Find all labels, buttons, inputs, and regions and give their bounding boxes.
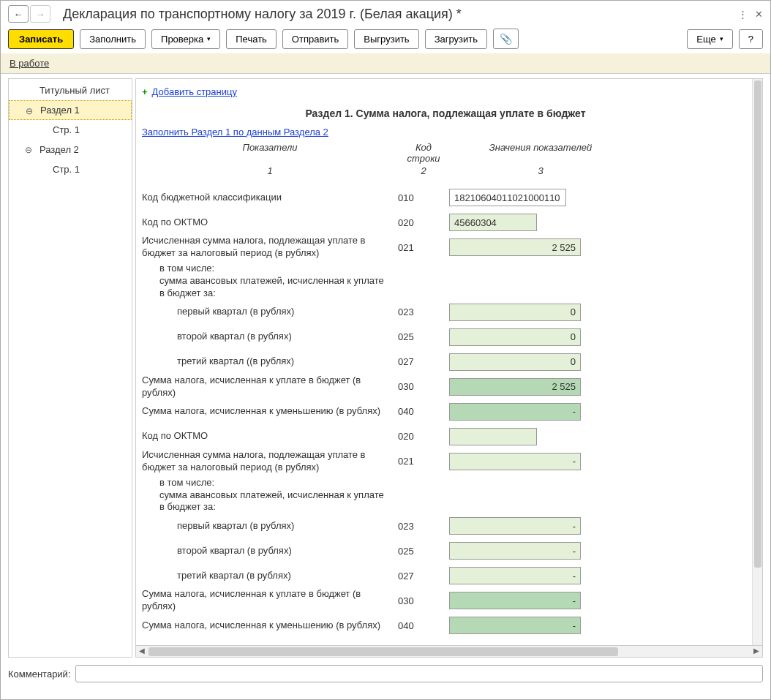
columns-header: Показатели Код строки Значения показател…	[142, 138, 749, 165]
form-row: первый квартал (в рублях)0230	[142, 300, 749, 325]
page-title: Декларация по транспортному налогу за 20…	[63, 7, 738, 22]
row-code: 040	[398, 620, 449, 631]
nav-tree: Титульный лист ⊖ Раздел 1 Стр. 1 ⊖ Разде…	[8, 78, 132, 658]
vertical-scrollbar[interactable]	[752, 79, 762, 645]
tree-item-section2[interactable]: ⊖ Раздел 2	[9, 140, 132, 159]
arrow-right-icon: →	[36, 9, 45, 20]
toolbar: Записать Заполнить Проверка ▾ Печать Отп…	[1, 24, 770, 53]
add-page-link[interactable]: Добавить страницу	[152, 86, 237, 97]
form-row: Исчисленная сумма налога, подлежащая упл…	[142, 235, 749, 260]
print-button[interactable]: Печать	[226, 29, 277, 49]
value-input[interactable]: 0	[449, 353, 581, 371]
tree-item-section1-page1[interactable]: Стр. 1	[9, 120, 132, 140]
form-row: в том числе: сумма авансовых платежей, и…	[142, 474, 749, 514]
attach-button[interactable]: 📎	[493, 29, 519, 49]
row-code: 040	[398, 406, 449, 417]
value-input[interactable]: -	[449, 453, 581, 470]
row-code: 020	[398, 431, 449, 442]
form-row: второй квартал (в рублях)025-	[142, 538, 749, 563]
row-code: 020	[398, 217, 449, 228]
row-label: третий квартал (в рублях)	[142, 570, 398, 582]
value-input[interactable]: 18210604011021000110	[449, 189, 566, 206]
row-code: 027	[398, 356, 449, 367]
export-button[interactable]: Выгрузить	[354, 29, 418, 49]
more-button[interactable]: Еще ▾	[687, 29, 732, 49]
comment-input[interactable]	[75, 665, 764, 682]
row-code: 030	[398, 381, 449, 392]
tree-item-label: Раздел 1	[40, 105, 80, 116]
form-row: Код по ОКТМО020	[142, 424, 749, 449]
row-label: второй квартал (в рублях)	[142, 331, 398, 343]
nav-back-button[interactable]: ←	[8, 5, 29, 23]
col-header-code: Код строки	[398, 142, 449, 164]
form-row: Код бюджетной классификации0101821060401…	[142, 185, 749, 210]
row-label: второй квартал (в рублях)	[142, 545, 398, 557]
status-link[interactable]: В работе	[10, 58, 49, 69]
columns-subheader: 1 2 3	[142, 165, 749, 185]
horizontal-scrollbar[interactable]: ◀ ▶	[136, 645, 762, 657]
arrow-left-icon: ←	[14, 9, 23, 20]
form-row: Исчисленная сумма налога, подлежащая упл…	[142, 449, 749, 474]
fill-section-link[interactable]: Заполнить Раздел 1 по данным Раздела 2	[142, 127, 328, 138]
form-row: Сумма налога, исчисленная к уплате в бюд…	[142, 588, 749, 613]
caret-down-icon: ▾	[720, 35, 723, 42]
value-input[interactable]: -	[449, 542, 581, 560]
row-code: 030	[398, 595, 449, 606]
value-input[interactable]: -	[449, 517, 581, 535]
value-input[interactable]: 0	[449, 328, 581, 346]
row-code: 023	[398, 521, 449, 532]
value-input[interactable]: 45660304	[449, 214, 537, 231]
more-button-label: Еще	[696, 34, 715, 45]
help-button[interactable]: ?	[739, 29, 763, 49]
import-button[interactable]: Загрузить	[425, 29, 487, 49]
write-button[interactable]: Записать	[8, 29, 74, 49]
form-row: в том числе: сумма авансовых платежей, и…	[142, 260, 749, 300]
form-row: Код по ОКТМО02045660304	[142, 210, 749, 235]
value-input[interactable]: -	[449, 592, 581, 609]
form-content: + Добавить страницу Раздел 1. Сумма нало…	[136, 79, 762, 645]
check-button[interactable]: Проверка ▾	[151, 29, 220, 49]
caret-down-icon: ▾	[207, 35, 211, 42]
row-code: 025	[398, 546, 449, 557]
tree-item-section1[interactable]: ⊖ Раздел 1	[9, 100, 132, 120]
value-input[interactable]	[449, 428, 537, 445]
check-button-label: Проверка	[161, 34, 203, 45]
value-input[interactable]: -	[449, 617, 581, 634]
nav-forward-button[interactable]: →	[30, 5, 50, 23]
tree-item-label: Раздел 2	[40, 144, 79, 155]
value-input[interactable]: 2 525	[449, 378, 581, 396]
row-label: первый квартал (в рублях)	[142, 520, 398, 532]
form-row: третий квартал (в рублях)027-	[142, 563, 749, 588]
section-title: Раздел 1. Сумма налога, подлежащая уплат…	[142, 100, 749, 127]
col-header-label: Показатели	[142, 142, 398, 164]
more-actions-icon[interactable]: ⋮	[738, 9, 748, 20]
row-label: третий квартал ((в рублях)	[142, 355, 398, 368]
col-sub-2: 2	[398, 165, 449, 176]
paperclip-icon: 📎	[500, 33, 512, 45]
row-label: Сумма налога, исчисленная к уплате в бюд…	[142, 375, 398, 399]
col-sub-3: 3	[449, 165, 632, 176]
close-icon[interactable]: ✕	[755, 9, 763, 20]
send-button[interactable]: Отправить	[282, 29, 348, 49]
form-row: второй квартал (в рублях)0250	[142, 325, 749, 350]
minus-icon[interactable]: ⊖	[25, 145, 32, 155]
minus-icon[interactable]: ⊖	[26, 106, 33, 116]
row-code: 021	[398, 456, 449, 467]
tree-item-section2-page1[interactable]: Стр. 1	[9, 159, 132, 179]
value-input[interactable]: 0	[449, 304, 581, 321]
row-label: в том числе: сумма авансовых платежей, и…	[142, 263, 398, 300]
row-code: 027	[398, 571, 449, 582]
row-code: 021	[398, 242, 449, 253]
scroll-left-icon[interactable]: ◀	[139, 647, 145, 655]
value-input[interactable]: 2 525	[449, 238, 581, 256]
row-label: Исчисленная сумма налога, подлежащая упл…	[142, 449, 398, 474]
row-code: 023	[398, 306, 449, 317]
row-label: первый квартал (в рублях)	[142, 306, 398, 318]
value-input[interactable]: -	[449, 403, 581, 421]
scroll-right-icon[interactable]: ▶	[753, 647, 759, 655]
value-input[interactable]: -	[449, 567, 581, 584]
row-code: 025	[398, 331, 449, 342]
tree-item-title-page[interactable]: Титульный лист	[9, 80, 132, 100]
row-label: Исчисленная сумма налога, подлежащая упл…	[142, 235, 398, 260]
fill-button[interactable]: Заполнить	[80, 29, 146, 49]
